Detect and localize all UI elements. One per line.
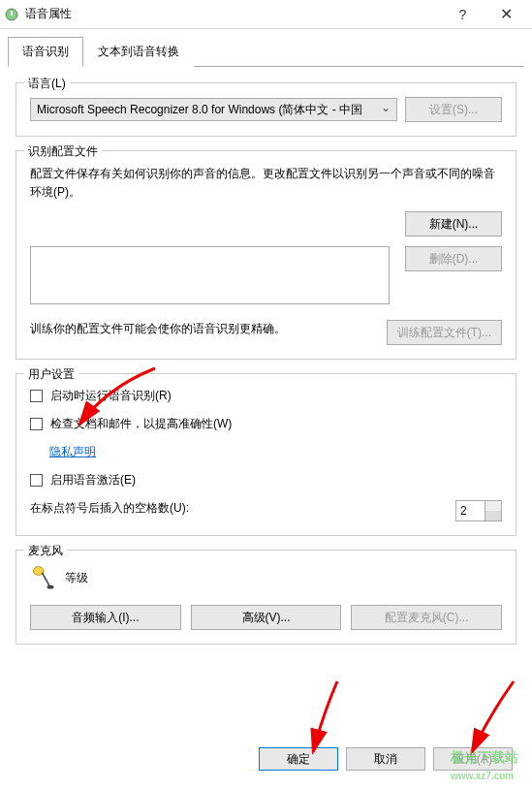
level-label: 等级 [65,570,88,586]
enable-voice-row: 启用语音激活(E) [30,472,502,489]
tab-recognition[interactable]: 语音识别 [8,37,83,67]
app-icon [4,7,19,22]
spaces-label: 在标点符号后插入的空格数(U): [30,500,189,517]
run-on-start-checkbox[interactable] [30,390,43,402]
language-selected: Microsoft Speech Recognizer 8.0 for Wind… [37,102,362,118]
check-docs-row: 检查文档和邮件，以提高准确性(W) [30,416,502,432]
level-slider [111,575,305,581]
content-area: 语言(L) Microsoft Speech Recognizer 8.0 fo… [0,67,532,674]
dialog-footer: 确定 取消 应用(A) [259,747,513,771]
check-docs-label: 检查文档和邮件，以提高准确性(W) [50,416,232,432]
titlebar: 语音属性 ? ✕ [0,0,532,29]
config-mic-button[interactable]: 配置麦克风(C)... [351,605,502,630]
advanced-button[interactable]: 高级(V)... [191,605,342,630]
delete-profile-button[interactable]: 删除(D)... [405,246,502,271]
language-dropdown[interactable]: Microsoft Speech Recognizer 8.0 for Wind… [30,98,397,121]
profile-listbox[interactable] [30,246,390,304]
enable-voice-checkbox[interactable] [30,474,43,487]
language-legend: 语言(L) [24,76,70,92]
tab-bar: 语音识别 文本到语音转换 [0,29,532,67]
train-profile-button[interactable]: 训练配置文件(T)... [387,320,502,345]
ok-button[interactable]: 确定 [259,747,338,771]
enable-voice-label: 启用语音激活(E) [50,472,136,489]
audio-input-button[interactable]: 音频输入(I)... [30,605,181,630]
microphone-legend: 麦克风 [24,543,67,559]
user-settings-group: 用户设置 启动时运行语音识别(R) 检查文档和邮件，以提高准确性(W) 隐私声明… [16,373,516,536]
language-group: 语言(L) Microsoft Speech Recognizer 8.0 fo… [16,82,516,137]
train-desc: 训练你的配置文件可能会使你的语音识别更精确。 [30,320,379,338]
microphone-group: 麦克风 等级 音频输入(I)... 高级(V)... 配置麦克风(C)... [16,550,516,645]
user-settings-legend: 用户设置 [24,366,78,383]
window-title: 语音属性 [25,6,441,22]
privacy-link[interactable]: 隐私声明 [49,444,96,460]
cancel-button[interactable]: 取消 [346,747,425,771]
spaces-value: 2 [460,504,467,518]
close-button[interactable]: ✕ [485,1,528,28]
profile-group: 识别配置文件 配置文件保存有关如何识别你的声音的信息。更改配置文件以识别另一个声… [16,150,516,360]
profile-desc: 配置文件保存有关如何识别你的声音的信息。更改配置文件以识别另一个声音或不同的噪音… [30,165,502,202]
profile-legend: 识别配置文件 [24,143,102,160]
apply-button[interactable]: 应用(A) [433,747,513,771]
run-on-start-label: 启动时运行语音识别(R) [50,388,172,404]
run-on-start-row: 启动时运行语音识别(R) [30,388,502,404]
check-docs-checkbox[interactable] [30,418,43,430]
spaces-spinner[interactable]: 2 [455,500,502,521]
help-button[interactable]: ? [441,1,485,28]
settings-button[interactable]: 设置(S)... [405,97,502,122]
tab-tts[interactable]: 文本到语音转换 [83,37,194,67]
new-profile-button[interactable]: 新建(N)... [405,211,502,236]
microphone-icon [30,564,57,591]
svg-rect-1 [11,11,13,16]
svg-point-3 [47,585,54,589]
